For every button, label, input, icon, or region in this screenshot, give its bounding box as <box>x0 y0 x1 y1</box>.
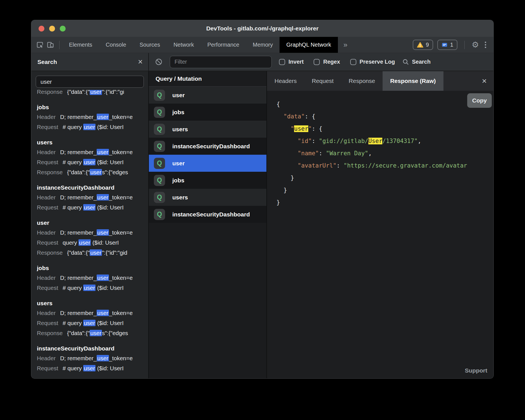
tab-console[interactable]: Console <box>99 37 133 53</box>
search-result-line[interactable]: Request# query user ($id: UserI <box>37 363 148 373</box>
message-icon <box>442 42 448 48</box>
query-row-label: jobs <box>172 109 184 116</box>
titlebar: DevTools - gitlab.com/-/graphql-explorer <box>31 20 493 37</box>
search-result-line[interactable]: HeaderD; remember_user_token=e <box>37 147 148 157</box>
query-mutation-panel: Query / Mutation QuserQjobsQusersQinstan… <box>148 71 267 378</box>
settings-gear-icon[interactable]: ⚙ <box>472 41 479 49</box>
search-result-line[interactable]: HeaderD; remember_user_token=e <box>37 192 148 202</box>
tab-elements[interactable]: Elements <box>62 37 99 53</box>
tab-memory[interactable]: Memory <box>246 37 280 53</box>
response-tab-request[interactable]: Request <box>304 71 341 91</box>
checkbox-label: Regex <box>323 59 340 65</box>
response-tab-response[interactable]: Response <box>341 71 383 91</box>
result-line-label: Header <box>37 114 56 120</box>
checkbox-regex[interactable]: Regex <box>314 59 340 65</box>
query-row[interactable]: Qusers <box>149 121 266 138</box>
query-row[interactable]: Qjobs <box>149 172 266 189</box>
warning-icon <box>417 42 423 48</box>
clipped-result-line: Response{"data":{"user":{"id":"gi <box>37 90 148 97</box>
copy-button[interactable]: Copy <box>467 93 492 108</box>
search-result-line[interactable]: HeaderD; remember_user_token=e <box>37 273 148 283</box>
maximize-window-button[interactable] <box>60 26 66 32</box>
search-toggle[interactable]: Search <box>402 58 431 65</box>
json-viewer: { "data": { "user": { "id": "gid://gitla… <box>267 91 493 378</box>
json-line: "id": "gid://gitlab/User/13704317", <box>276 135 493 147</box>
warnings-badge[interactable]: 9 <box>413 40 433 50</box>
close-response-icon[interactable]: × <box>482 76 493 86</box>
query-type-badge: Q <box>154 90 165 101</box>
device-toolbar-icon[interactable] <box>47 41 54 49</box>
checkbox-box <box>279 59 285 65</box>
search-result-line[interactable]: HeaderD; remember_user_token=e <box>37 353 148 363</box>
window-title: DevTools - gitlab.com/-/graphql-explorer <box>206 25 318 32</box>
query-type-badge: Q <box>154 192 165 203</box>
support-link[interactable]: Support <box>465 367 487 374</box>
filter-input[interactable] <box>170 56 272 68</box>
search-result-section-title[interactable]: user <box>37 218 148 228</box>
json-line: "data": { <box>276 110 493 123</box>
search-result-line[interactable]: Request# query user ($id: UserI <box>37 122 148 132</box>
network-filter-toolbar: InvertRegexPreserve Log Search <box>149 53 493 71</box>
search-result-section-title[interactable]: users <box>37 138 148 147</box>
search-result-line[interactable]: Response{"data":{"user":{"id":"gid <box>37 248 148 258</box>
result-line-label: Response <box>37 169 63 175</box>
response-tab-headers[interactable]: Headers <box>267 71 304 91</box>
response-tab-response-raw[interactable]: Response (Raw) <box>383 71 443 91</box>
search-result-line[interactable]: HeaderD; remember_user_token=e <box>37 308 148 318</box>
minimize-window-button[interactable] <box>49 26 55 32</box>
search-result-section-title[interactable]: jobs <box>37 263 148 273</box>
tab-network[interactable]: Network <box>167 37 201 53</box>
checkbox-box <box>350 59 356 65</box>
tab-graphql-network[interactable]: GraphQL Network <box>280 37 338 53</box>
devtools-window: DevTools - gitlab.com/-/graphql-explorer… <box>31 20 493 378</box>
query-row[interactable]: Quser <box>149 87 266 104</box>
search-result-section-title[interactable]: jobs <box>37 102 148 112</box>
query-row[interactable]: QinstanceSecurityDashboard <box>149 138 266 155</box>
close-search-icon[interactable]: × <box>138 58 143 66</box>
content-area: Response{"data":{"user":{"id":"gijobsHea… <box>31 71 493 378</box>
tab-performance[interactable]: Performance <box>201 37 246 53</box>
search-result-line[interactable]: Requestquery user ($id: UserI <box>37 238 148 248</box>
search-results-panel: Response{"data":{"user":{"id":"gijobsHea… <box>31 71 148 378</box>
search-result-section-title[interactable]: instanceSecurityDashboard <box>37 183 148 192</box>
tab-sources[interactable]: Sources <box>133 37 167 53</box>
result-line-label: Request <box>37 159 58 165</box>
search-panel-title: Search <box>37 59 57 65</box>
query-row-selected[interactable]: Quser <box>149 155 266 172</box>
json-line: "user": { <box>276 123 493 135</box>
search-input[interactable] <box>36 76 144 88</box>
search-result-line[interactable]: Response{"data":{"user":{"id":"gi <box>37 90 148 97</box>
filter-toolbar-row: Search × InvertRegexPreserve Log <box>31 53 493 71</box>
query-type-badge: Q <box>154 158 165 169</box>
query-row[interactable]: QinstanceSecurityDashboard <box>149 206 266 223</box>
more-tabs-chevron[interactable]: » <box>338 37 353 53</box>
result-line-label: Request <box>37 365 58 371</box>
result-line-label: Request <box>37 285 58 291</box>
search-result-line[interactable]: Request# query user ($id: UserI <box>37 202 148 213</box>
search-result-line[interactable]: HeaderD; remember_user_token=e <box>37 228 148 238</box>
warnings-count: 9 <box>426 42 429 48</box>
query-type-badge: Q <box>154 124 165 135</box>
search-result-line[interactable]: Request# query user ($id: UserI <box>37 283 148 293</box>
search-result-section-title[interactable]: instanceSecurityDashboard <box>37 344 148 353</box>
search-result-section-title[interactable]: users <box>37 299 148 308</box>
search-result-line[interactable]: Request# query user ($id: UserI <box>37 157 148 167</box>
response-tabs: HeadersRequestResponseResponse (Raw)× <box>267 71 493 91</box>
checkbox-invert[interactable]: Invert <box>279 59 304 65</box>
search-result-line[interactable]: Request# query user ($id: UserI <box>37 318 148 328</box>
query-row[interactable]: Qjobs <box>149 104 266 121</box>
query-row[interactable]: Qusers <box>149 189 266 206</box>
json-line: "avatarUrl": "https://secure.gravatar.co… <box>276 159 493 172</box>
search-result-line[interactable]: HeaderD; remember_user_token=e <box>37 112 148 122</box>
messages-badge[interactable]: 1 <box>437 40 457 50</box>
search-panel-header: Search × <box>31 53 148 71</box>
checkbox-preserve-log[interactable]: Preserve Log <box>350 59 395 65</box>
kebab-menu-icon[interactable] <box>483 42 488 48</box>
result-line-label: Header <box>37 149 56 155</box>
close-window-button[interactable] <box>39 26 44 32</box>
search-result-line[interactable]: Response{"data":{"users":{"edges <box>37 328 148 338</box>
inspect-element-icon[interactable] <box>36 41 44 49</box>
search-result-line[interactable]: Response{"data":{"users":{"edges <box>37 167 148 177</box>
json-line: } <box>276 184 493 196</box>
clear-requests-icon[interactable] <box>155 58 163 66</box>
